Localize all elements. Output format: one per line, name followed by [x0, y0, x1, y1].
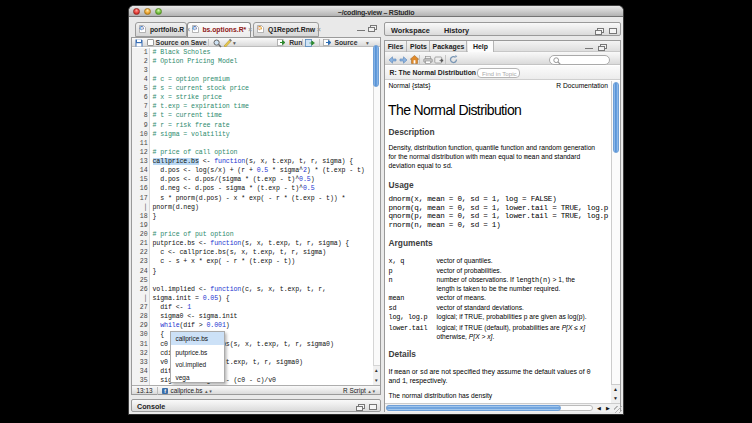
svg-text:R: R [140, 26, 143, 31]
svg-text:R: R [258, 26, 261, 31]
svg-text:R: R [193, 26, 196, 31]
